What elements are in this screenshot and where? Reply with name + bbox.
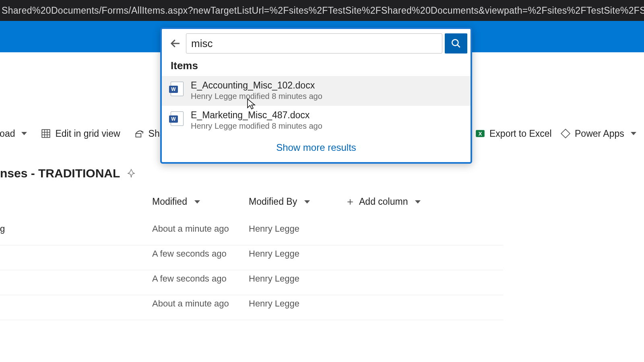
svg-text:X: X <box>479 131 482 137</box>
cell-modified: A few seconds ago <box>152 274 227 284</box>
svg-line-13 <box>457 45 460 47</box>
cell-modified: About a minute ago <box>152 224 229 234</box>
pin-icon[interactable] <box>126 169 136 178</box>
command-label: Power Apps <box>575 128 624 139</box>
command-label: Export to Excel <box>489 128 552 139</box>
column-header-label: Modified By <box>249 196 297 207</box>
table-row[interactable]: A few seconds ago Henry Legge <box>0 270 644 295</box>
table-row[interactable]: About a minute ago Henry Legge <box>0 295 644 320</box>
search-result-meta: Henry Legge modified 8 minutes ago <box>191 92 322 101</box>
search-result-item[interactable]: W E_Accounting_Misc_102.docx Henry Legge… <box>162 76 471 106</box>
column-header-label: Modified <box>152 196 187 207</box>
column-header-modified-by[interactable]: Modified By <box>249 196 310 207</box>
search-result-meta: Henry Legge modified 8 minutes ago <box>191 121 322 131</box>
browser-url-bar[interactable]: Shared%20Documents/Forms/AllItems.aspx?n… <box>0 0 644 21</box>
search-icon <box>451 38 461 49</box>
cell-modified-by: Henry Legge <box>249 274 299 284</box>
export-excel-button[interactable]: X Export to Excel <box>475 128 552 139</box>
search-result-title: E_Marketing_Misc_487.docx <box>191 110 322 121</box>
search-section-header: Items <box>162 54 471 76</box>
word-file-icon: W <box>171 111 184 126</box>
svg-point-12 <box>452 39 458 45</box>
search-input[interactable] <box>191 37 437 50</box>
command-label: load <box>0 128 15 139</box>
svg-rect-0 <box>42 130 50 138</box>
grid-icon <box>41 128 51 139</box>
search-result-title: E_Accounting_Misc_102.docx <box>191 80 322 91</box>
cell-modified: A few seconds ago <box>152 249 227 259</box>
share-icon <box>134 128 144 139</box>
svg-marker-8 <box>561 129 570 138</box>
cell-modified-by: Henry Legge <box>249 249 299 259</box>
command-label: Edit in grid view <box>55 128 120 139</box>
chevron-down-icon <box>631 132 636 135</box>
search-suggestions-panel: Items W E_Accounting_Misc_102.docx Henry… <box>160 27 472 164</box>
table-row[interactable]: g About a minute ago Henry Legge <box>0 220 644 245</box>
page-title-text: nses - TRADITIONAL <box>0 167 120 180</box>
arrow-left-icon <box>169 37 182 49</box>
search-back-button[interactable] <box>165 35 186 52</box>
column-header-modified[interactable]: Modified <box>152 196 200 207</box>
chevron-down-icon <box>194 200 200 204</box>
word-file-icon: W <box>171 82 184 96</box>
excel-icon: X <box>475 128 485 139</box>
power-apps-button[interactable]: Power Apps <box>560 128 636 139</box>
search-submit-button[interactable] <box>445 33 467 53</box>
chevron-down-icon <box>415 200 421 204</box>
column-header-label: Add column <box>359 196 408 207</box>
cell-modified: About a minute ago <box>152 298 229 309</box>
edit-grid-button[interactable]: Edit in grid view <box>41 128 120 139</box>
page-title: nses - TRADITIONAL <box>0 167 136 180</box>
upload-button[interactable]: load <box>0 128 27 139</box>
plus-icon <box>346 198 354 206</box>
cell-modified-by: Henry Legge <box>249 298 299 309</box>
cell-modified-by: Henry Legge <box>249 224 299 234</box>
show-more-results-link[interactable]: Show more results <box>162 136 471 157</box>
add-column-button[interactable]: Add column <box>346 196 421 207</box>
table-row[interactable]: A few seconds ago Henry Legge <box>0 245 644 270</box>
file-list: g About a minute ago Henry Legge A few s… <box>0 220 644 320</box>
file-name-fragment: g <box>0 224 5 234</box>
search-result-item[interactable]: W E_Marketing_Misc_487.docx Henry Legge … <box>162 106 471 136</box>
chevron-down-icon <box>304 200 310 204</box>
svg-rect-5 <box>136 134 141 137</box>
search-input-container[interactable] <box>186 33 442 53</box>
chevron-down-icon <box>21 132 27 135</box>
powerapps-icon <box>560 128 571 139</box>
